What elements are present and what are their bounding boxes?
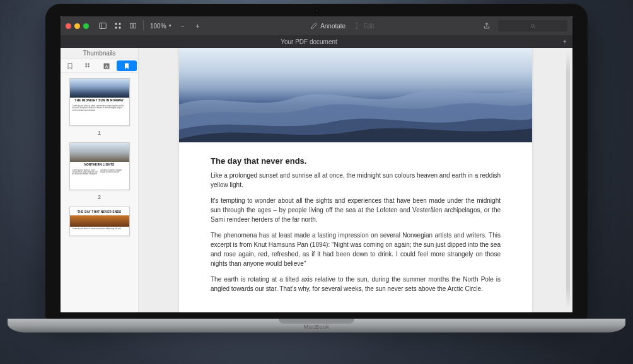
svg-rect-10 — [85, 63, 86, 64]
thumbnail-text: Lorem ipsum dolor sit amet consectetur a… — [70, 168, 129, 190]
thumbnail-image — [70, 215, 129, 227]
document-tab-title: Your PDF document — [281, 38, 337, 45]
svg-rect-6 — [131, 23, 133, 28]
zoom-dropdown[interactable]: 100% ▾ — [148, 23, 174, 30]
zoom-value: 100% — [150, 23, 166, 30]
article-paragraph: The earth is rotating at a tilted axis r… — [211, 275, 501, 293]
toolbar-separator — [143, 21, 144, 31]
svg-rect-7 — [134, 23, 136, 28]
thumbnail-title: NORTHERN LIGHTS — [70, 162, 129, 168]
zoom-in-button[interactable]: + — [192, 20, 204, 32]
page-number-label: 1 — [68, 130, 131, 136]
grid-small-icon — [84, 62, 92, 70]
svg-rect-12 — [85, 65, 86, 67]
svg-line-9 — [533, 26, 535, 28]
thumbnail-title: THE DAY THAT NEVER ENDS — [70, 207, 129, 215]
sidebar-toggle-icon[interactable] — [96, 20, 109, 32]
search-field[interactable] — [498, 20, 567, 31]
outline-tab[interactable] — [61, 59, 79, 72]
bookmark-outline-icon — [66, 62, 74, 70]
sidebar-mode-tabs: A — [61, 59, 138, 73]
svg-text:A: A — [105, 64, 108, 69]
zoom-out-button[interactable]: − — [177, 20, 189, 32]
svg-rect-2 — [115, 23, 117, 25]
bookmark-icon — [123, 62, 131, 70]
chevron-down-icon: ▾ — [169, 23, 171, 28]
share-icon[interactable] — [480, 20, 493, 32]
svg-rect-11 — [88, 63, 89, 64]
thumbnails-sidebar: Thumbnails A — [61, 48, 139, 312]
scrollbar[interactable] — [566, 52, 570, 309]
thumbnail-image — [70, 143, 129, 162]
pdf-app-window: 100% ▾ − + Annotate Edit — [61, 16, 572, 312]
thumbnail-title: THE MIDNIGHT SUN IN NORWAY — [70, 98, 129, 104]
article-paragraph: Like a prolonged sunset and sunrise all … — [211, 171, 501, 190]
contact-sheet-tab[interactable] — [79, 59, 97, 72]
pencil-icon — [310, 22, 318, 30]
edit-label: Edit — [363, 23, 374, 30]
document-viewport[interactable]: The day that never ends. Like a prolonge… — [139, 48, 572, 312]
thumbnail-text: Lorem ipsum dolor sit amet, consectetur … — [70, 104, 129, 125]
sidebar-header: Thumbnails — [61, 48, 138, 59]
svg-rect-5 — [119, 27, 121, 29]
search-icon — [530, 23, 536, 29]
page-thumbnail[interactable]: THE DAY THAT NEVER ENDS Lorem ipsum dolo… — [69, 207, 130, 236]
article-paragraph: It's tempting to wonder about all the si… — [211, 196, 501, 224]
window-traffic-lights — [66, 23, 89, 29]
bookmarks-tab[interactable] — [117, 60, 137, 71]
svg-point-8 — [531, 24, 534, 27]
thumbnail-list[interactable]: THE MIDNIGHT SUN IN NORWAY Lorem ipsum d… — [61, 73, 138, 312]
device-label: MacBook — [304, 324, 329, 330]
view-two-page-icon[interactable] — [127, 20, 139, 32]
tab-bar: Your PDF document + — [61, 35, 572, 48]
document-page: The day that never ends. Like a prolonge… — [179, 48, 532, 312]
svg-rect-13 — [88, 65, 89, 67]
edit-button[interactable]: Edit — [353, 22, 374, 30]
svg-rect-0 — [100, 23, 107, 29]
svg-rect-3 — [119, 23, 121, 25]
text-cursor-icon — [353, 22, 361, 30]
article-title: The day that never ends. — [211, 156, 501, 166]
annotate-label: Annotate — [320, 23, 346, 30]
minimize-window-button[interactable] — [74, 23, 80, 29]
maximize-window-button[interactable] — [83, 23, 89, 29]
camera-dot — [315, 9, 318, 12]
view-grid-icon[interactable] — [112, 20, 124, 32]
new-tab-button[interactable]: + — [557, 38, 572, 45]
page-number-label: 2 — [68, 194, 131, 200]
thumbnail-image — [70, 79, 129, 98]
article-paragraph: The phenomena has at least made a lastin… — [211, 230, 501, 268]
document-tab[interactable]: Your PDF document — [61, 37, 557, 47]
text-icon: A — [103, 62, 110, 70]
svg-rect-4 — [115, 27, 117, 29]
hero-image — [179, 48, 532, 142]
page-thumbnail[interactable]: NORTHERN LIGHTS Lorem ipsum dolor sit am… — [69, 142, 130, 190]
page-thumbnail[interactable]: THE MIDNIGHT SUN IN NORWAY Lorem ipsum d… — [69, 78, 130, 126]
thumbnail-text: Lorem ipsum dolor sit amet consectetur a… — [70, 227, 129, 236]
macbook-hinge: MacBook — [8, 319, 625, 333]
app-toolbar: 100% ▾ − + Annotate Edit — [61, 16, 572, 35]
close-window-button[interactable] — [66, 23, 71, 29]
annotations-tab[interactable]: A — [97, 59, 115, 72]
annotate-button[interactable]: Annotate — [310, 22, 346, 30]
